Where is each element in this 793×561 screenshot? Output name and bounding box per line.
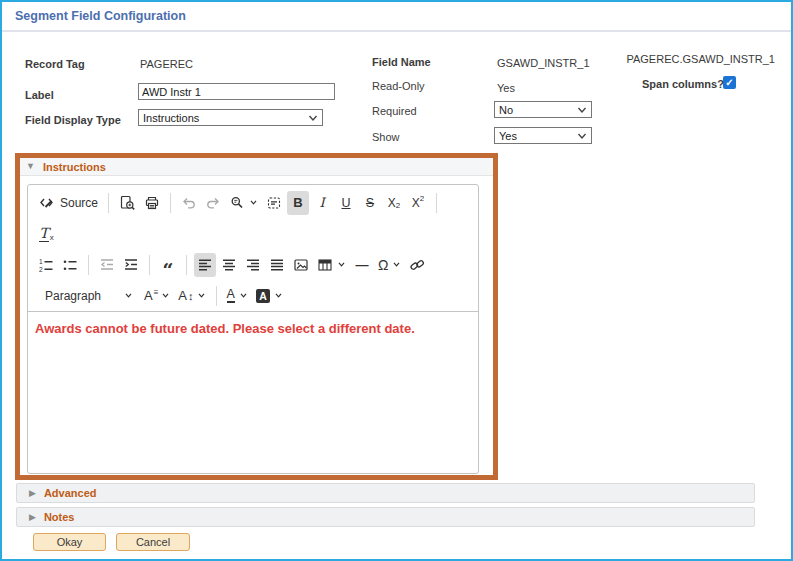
record-tag-label: Record Tag bbox=[25, 58, 85, 70]
read-only-label: Read-Only bbox=[372, 80, 425, 92]
editor-content-area[interactable]: Awards cannot be future dated. Please se… bbox=[28, 312, 478, 473]
field-display-type-select[interactable]: Instructions bbox=[138, 109, 323, 126]
undo-button[interactable] bbox=[178, 191, 200, 215]
strikethrough-icon: S bbox=[366, 196, 374, 210]
chevron-down-icon bbox=[274, 291, 283, 300]
font-size-button[interactable]: A↕ bbox=[175, 284, 208, 308]
horizontal-line-button[interactable]: — bbox=[351, 253, 373, 277]
show-select[interactable]: Yes bbox=[494, 127, 592, 144]
align-left-icon bbox=[197, 257, 213, 273]
redo-button[interactable] bbox=[202, 191, 224, 215]
toolbar-separator bbox=[436, 193, 437, 213]
editor-toolbar: SourceBIUSX2X2Tx12“—ΩParagraphA≡A↕AA bbox=[28, 185, 478, 312]
record-tag-value: PAGEREC bbox=[140, 58, 193, 70]
label-label: Label bbox=[25, 89, 54, 101]
align-justify-icon bbox=[269, 257, 285, 273]
toolbar-separator bbox=[88, 255, 89, 275]
select-all-button[interactable] bbox=[263, 191, 285, 215]
table-icon bbox=[317, 257, 333, 273]
numbered-list-button[interactable]: 12 bbox=[35, 253, 57, 277]
block-quote-button[interactable]: “ bbox=[157, 253, 179, 277]
italic-icon: I bbox=[319, 195, 324, 210]
section-label-notes: Notes bbox=[44, 511, 75, 523]
underline-button[interactable]: U bbox=[335, 191, 357, 215]
block-quote-icon: “ bbox=[163, 261, 174, 269]
indent-icon bbox=[123, 257, 139, 273]
find-replace-button[interactable] bbox=[226, 191, 261, 215]
show-selected-value: Yes bbox=[499, 130, 517, 142]
align-center-button[interactable] bbox=[218, 253, 240, 277]
toolbar-row: ParagraphA≡A↕AA bbox=[34, 280, 472, 311]
svg-text:2: 2 bbox=[39, 265, 43, 272]
source-button[interactable]: Source bbox=[35, 191, 101, 215]
required-select[interactable]: No bbox=[494, 101, 592, 118]
triangle-right-icon: ▶ bbox=[29, 489, 36, 498]
special-characters-button[interactable]: Ω bbox=[375, 253, 404, 277]
field-name-label: Field Name bbox=[372, 56, 431, 68]
chevron-down-icon bbox=[239, 291, 248, 300]
indent-button[interactable] bbox=[120, 253, 142, 277]
show-label: Show bbox=[372, 131, 400, 143]
align-justify-button[interactable] bbox=[266, 253, 288, 277]
qualified-field-name: PAGEREC.GSAWD_INSTR_1 bbox=[626, 53, 775, 65]
toolbar-row: Tx bbox=[34, 218, 472, 249]
span-columns-checkbox[interactable]: ✓ bbox=[723, 76, 736, 89]
paragraph-dropdown[interactable]: Paragraph bbox=[35, 284, 139, 308]
align-right-button[interactable] bbox=[242, 253, 264, 277]
chevron-down-icon bbox=[577, 132, 587, 140]
bulleted-list-button[interactable] bbox=[59, 253, 81, 277]
toolbar-separator bbox=[216, 286, 217, 306]
image-button[interactable] bbox=[290, 253, 312, 277]
font-family-button[interactable]: A≡ bbox=[141, 284, 173, 308]
font-family-icon: A≡ bbox=[144, 288, 157, 303]
page-title: Segment Field Configuration bbox=[15, 9, 186, 23]
outdent-icon bbox=[99, 257, 115, 273]
preview-button[interactable] bbox=[116, 191, 139, 215]
chevron-down-icon bbox=[161, 291, 170, 300]
cancel-button[interactable]: Cancel bbox=[116, 533, 190, 551]
required-label: Required bbox=[372, 105, 417, 117]
toolbar-separator bbox=[149, 255, 150, 275]
field-display-type-label: Field Display Type bbox=[25, 114, 121, 126]
remove-format-button[interactable]: Tx bbox=[35, 222, 57, 246]
italic-button[interactable]: I bbox=[311, 191, 333, 215]
section-header-advanced[interactable]: ▶ Advanced bbox=[16, 483, 755, 503]
font-background-color-button[interactable]: A bbox=[253, 284, 287, 308]
strikethrough-button[interactable]: S bbox=[359, 191, 381, 215]
field-name-value: GSAWD_INSTR_1 bbox=[497, 57, 590, 69]
table-button[interactable] bbox=[314, 253, 349, 277]
toolbar-separator bbox=[170, 193, 171, 213]
link-icon bbox=[409, 257, 426, 273]
bulleted-list-icon bbox=[62, 257, 78, 273]
subscript-button[interactable]: X2 bbox=[383, 191, 405, 215]
align-left-button[interactable] bbox=[194, 253, 216, 277]
bold-button[interactable]: B bbox=[287, 191, 309, 215]
highlight-annotation: ▼ Instructions SourceBIUSX2X2Tx12“—ΩPara… bbox=[15, 153, 498, 480]
align-center-icon bbox=[221, 257, 237, 273]
section-header-instructions[interactable]: ▼ Instructions bbox=[20, 158, 493, 176]
title-bar: Segment Field Configuration bbox=[2, 2, 791, 32]
chevron-down-icon bbox=[197, 291, 206, 300]
source-label: Source bbox=[60, 196, 98, 210]
triangle-right-icon: ▶ bbox=[29, 513, 36, 522]
rich-text-editor: SourceBIUSX2X2Tx12“—ΩParagraphA≡A↕AA Awa… bbox=[27, 184, 479, 474]
chevron-down-icon bbox=[577, 106, 587, 114]
superscript-icon: X2 bbox=[412, 196, 424, 210]
chevron-down-icon bbox=[124, 291, 133, 300]
label-input[interactable] bbox=[138, 83, 335, 100]
toolbar-row: 12“—Ω bbox=[34, 249, 472, 280]
font-color-button[interactable]: A bbox=[224, 284, 251, 308]
link-button[interactable] bbox=[406, 253, 429, 277]
outdent-button[interactable] bbox=[96, 253, 118, 277]
image-icon bbox=[293, 257, 309, 273]
print-button[interactable] bbox=[141, 191, 163, 215]
preview-icon bbox=[119, 195, 136, 211]
segment-field-configuration-dialog: Segment Field Configuration Record Tag P… bbox=[0, 0, 793, 561]
section-header-notes[interactable]: ▶ Notes bbox=[16, 507, 755, 527]
checkmark-icon: ✓ bbox=[725, 77, 733, 88]
superscript-button[interactable]: X2 bbox=[407, 191, 429, 215]
paragraph-label: Paragraph bbox=[45, 289, 101, 303]
chevron-down-icon bbox=[249, 198, 258, 207]
okay-button[interactable]: Okay bbox=[33, 533, 106, 551]
special-characters-icon: Ω bbox=[378, 257, 388, 273]
